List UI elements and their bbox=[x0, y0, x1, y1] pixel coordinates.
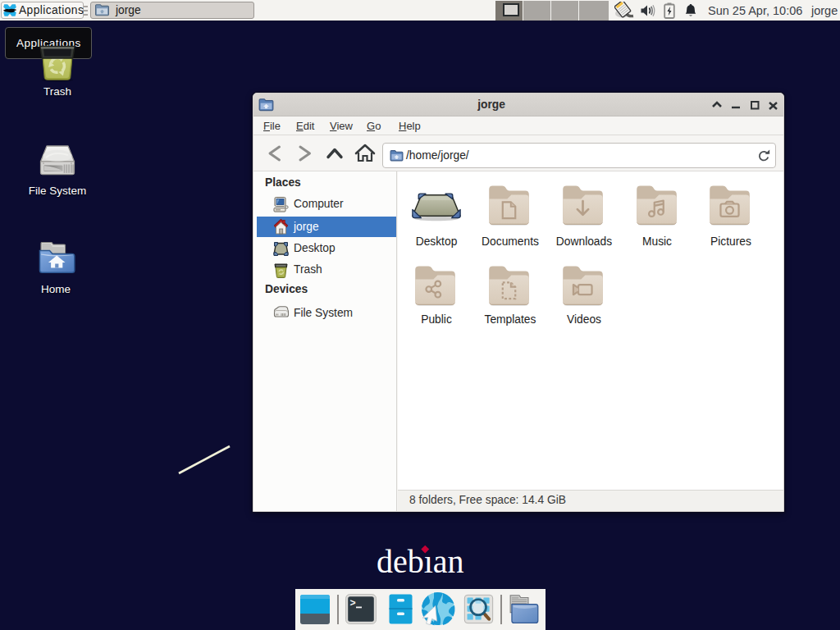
svg-text:>: > bbox=[350, 598, 356, 609]
